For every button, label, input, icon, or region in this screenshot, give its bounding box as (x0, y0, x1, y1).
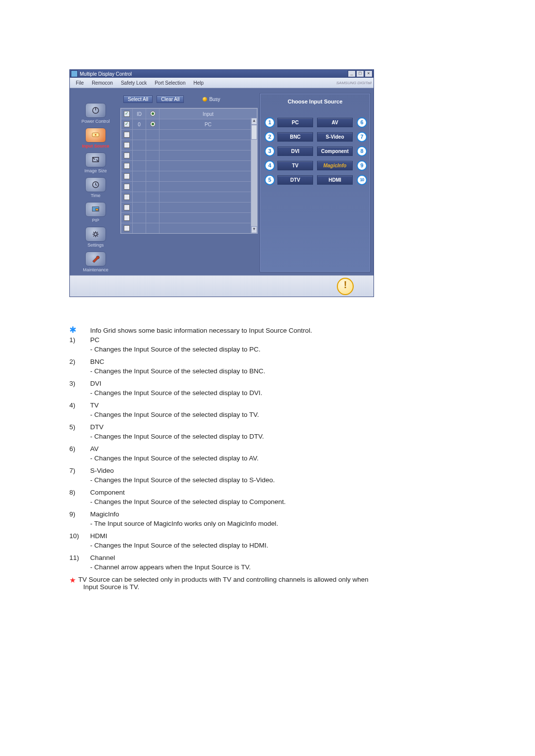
callout-4: 4 (265, 160, 275, 171)
footnote: ★ TV Source can be selected only in prod… (69, 576, 485, 591)
row-checkbox[interactable] (124, 184, 130, 190)
app-icon (71, 70, 78, 77)
menu-remocon[interactable]: Remocon (88, 80, 117, 86)
source-bnc-button[interactable]: BNC (277, 132, 313, 142)
svg-rect-7 (96, 209, 98, 211)
item-title: TV (90, 402, 485, 409)
item-desc: - Changes the Input Source of the select… (90, 411, 485, 418)
source-pc-button[interactable]: PC (277, 118, 313, 127)
col-status (146, 109, 160, 119)
item-title: Component (90, 489, 485, 496)
svg-point-8 (94, 233, 97, 236)
footnote-line1: TV Source can be selected only in produc… (78, 576, 369, 583)
row-checkbox[interactable] (124, 215, 130, 221)
table-row (121, 223, 257, 234)
item-number: 6) (69, 445, 90, 453)
row-checkbox[interactable] (124, 132, 130, 138)
explain-item: 7)S-Video- Changes the Input Source of t… (69, 467, 485, 484)
row-checkbox[interactable] (124, 173, 130, 179)
explanation-block: ✱ Info Grid shows some basic information… (69, 327, 485, 591)
scroll-thumb[interactable] (251, 125, 257, 140)
menu-safety-lock[interactable]: Safety Lock (117, 80, 151, 86)
minimize-button[interactable]: _ (348, 70, 356, 77)
item-title: DTV (90, 423, 485, 431)
close-button[interactable]: × (365, 70, 373, 77)
header-checkbox[interactable] (124, 111, 130, 117)
explain-item: 11)Channel- Channel arrow appears when t… (69, 554, 485, 571)
menu-file[interactable]: File (72, 80, 88, 86)
item-desc: - Changes the Input Source of the select… (90, 367, 485, 375)
source-hdmi-button[interactable]: HDMI (317, 175, 353, 185)
sidebar-item-maintenance[interactable]: Maintenance (75, 252, 116, 272)
explain-item: 8)Component- Changes the Input Source of… (69, 489, 485, 505)
row-checkbox[interactable] (124, 142, 130, 148)
menu-help[interactable]: Help (189, 80, 208, 86)
row-checkbox[interactable] (124, 152, 130, 158)
explain-item: 6)AV- Changes the Input Source of the se… (69, 445, 485, 462)
row-checkbox[interactable] (124, 194, 130, 200)
source-magicinfo-button[interactable]: MagicInfo (317, 161, 353, 170)
item-number: 7) (69, 467, 90, 474)
panel-title: Choose Input Source (264, 99, 366, 104)
grid-scrollbar[interactable]: ▲ ▼ (251, 118, 257, 233)
item-number: 3) (69, 380, 90, 387)
item-desc: - The Input source of MagicInfo works on… (90, 520, 485, 527)
item-title: S-Video (90, 467, 485, 474)
item-title: Channel (90, 554, 485, 561)
table-row (121, 192, 257, 202)
item-desc: - Channel arrow appears when the Input S… (90, 563, 485, 571)
table-row (121, 130, 257, 140)
table-row (121, 234, 257, 234)
item-number: 2) (69, 358, 90, 365)
item-title: PC (90, 336, 485, 344)
row-status-icon (150, 121, 156, 127)
table-row (121, 140, 257, 151)
menu-port-selection[interactable]: Port Selection (151, 80, 189, 86)
select-all-button[interactable]: Select All (123, 96, 153, 103)
row-checkbox[interactable] (124, 121, 130, 127)
col-check (121, 109, 133, 119)
table-row (121, 171, 257, 182)
item-number: 11) (69, 554, 90, 561)
maximize-button[interactable]: □ (356, 70, 364, 77)
row-checkbox[interactable] (124, 204, 130, 210)
col-input: Input (160, 109, 257, 119)
source-component-button[interactable]: Component (317, 147, 353, 156)
item-desc: - Changes the Input Source of the select… (90, 476, 485, 484)
sidebar-item-input-source[interactable]: Input Source (75, 128, 116, 149)
sidebar-item-settings[interactable]: Settings (75, 227, 116, 248)
image-size-icon (85, 152, 106, 167)
sidebar-item-time[interactable]: Time (75, 177, 116, 198)
clear-all-button[interactable]: Clear All (157, 96, 184, 103)
grid-toolbar: Select All Clear All Busy (120, 93, 258, 105)
sidebar-item-pip[interactable]: PIP (75, 202, 116, 223)
sidebar-item-power-control[interactable]: Power Control (75, 103, 116, 124)
explain-item: 2)BNC- Changes the Input Source of the s… (69, 358, 485, 375)
item-desc: - Changes the Input Source of the select… (90, 389, 485, 397)
explain-item: 3)DVI- Changes the Input Source of the s… (69, 380, 485, 397)
scroll-up-icon[interactable]: ▲ (251, 118, 257, 125)
callout-8: 8 (357, 146, 367, 156)
row-checkbox[interactable] (124, 225, 130, 231)
explain-item: 1)PC- Changes the Input Source of the se… (69, 336, 485, 353)
scroll-down-icon[interactable]: ▼ (251, 226, 257, 233)
row-checkbox[interactable] (124, 163, 130, 169)
svg-point-3 (95, 134, 97, 136)
window-buttons: _ □ × (348, 70, 373, 77)
table-row (121, 213, 257, 223)
item-number: 4) (69, 402, 90, 409)
sidebar-item-image-size[interactable]: Image Size (75, 152, 116, 173)
source-av-button[interactable]: AV (317, 118, 353, 127)
table-row (121, 202, 257, 213)
star-icon: ✱ (69, 325, 76, 335)
source-svideo-button[interactable]: S-Video (317, 132, 353, 142)
maintenance-icon (85, 252, 106, 266)
source-dtv-button[interactable]: DTV (277, 175, 313, 185)
sidebar: Power Control Input Source Image Size (73, 93, 118, 272)
source-tv-button[interactable]: TV (277, 161, 313, 170)
source-dvi-button[interactable]: DVI (277, 147, 313, 156)
input-source-panel: Choose Input Source 1 PC AV 6 2 BNC S-Vi… (260, 93, 371, 272)
settings-icon (85, 227, 106, 242)
table-row[interactable]: 0 PC (121, 119, 257, 130)
explain-item: 9)MagicInfo- The Input source of MagicIn… (69, 510, 485, 527)
